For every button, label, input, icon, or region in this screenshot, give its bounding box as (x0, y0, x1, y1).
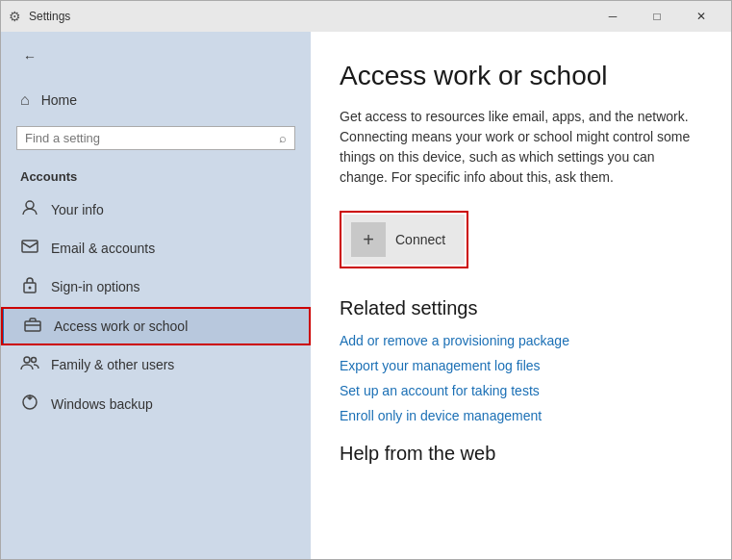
connect-button[interactable]: + Connect (343, 215, 465, 265)
family-icon (20, 355, 39, 374)
sidebar-item-sign-in[interactable]: Sign-in options (1, 267, 311, 307)
svg-rect-4 (25, 321, 40, 331)
search-box[interactable]: ⌕ (16, 126, 295, 150)
access-work-icon (23, 317, 42, 336)
close-button[interactable]: ✕ (679, 1, 723, 32)
your-info-icon (20, 199, 39, 220)
maximize-button[interactable]: □ (635, 1, 679, 32)
email-icon (20, 240, 39, 257)
sidebar-item-backup[interactable]: Windows backup (1, 384, 311, 424)
main-content: ← ⌂ Home ⌕ Accounts Your info (1, 32, 731, 559)
sidebar-item-home[interactable]: ⌂ Home (1, 82, 311, 118)
sidebar-item-family[interactable]: Family & other users (1, 345, 311, 384)
sidebar-item-access-work[interactable]: Access work or school (1, 307, 311, 345)
accounts-section-label: Accounts (1, 158, 311, 190)
connect-button-wrapper: + Connect (340, 211, 468, 268)
title-bar-title: Settings (29, 10, 70, 23)
access-work-label: Access work or school (54, 318, 188, 334)
title-bar-left: ⚙ Settings (9, 9, 70, 24)
email-accounts-label: Email & accounts (51, 241, 155, 256)
svg-point-0 (26, 201, 34, 209)
related-link-enroll[interactable]: Enroll only in device management (340, 408, 693, 423)
settings-app-icon: ⚙ (9, 9, 21, 24)
your-info-label: Your info (51, 202, 104, 217)
home-label: Home (41, 92, 77, 108)
family-label: Family & other users (51, 357, 174, 372)
home-icon: ⌂ (20, 91, 30, 109)
related-link-export[interactable]: Export your management log files (340, 358, 693, 373)
backup-icon (20, 394, 39, 415)
search-icon: ⌕ (279, 131, 287, 145)
sidebar-item-email-accounts[interactable]: Email & accounts (1, 230, 311, 267)
svg-point-6 (24, 357, 30, 363)
sign-in-icon (20, 276, 39, 297)
sidebar-nav-top: ← (1, 32, 311, 82)
sidebar: ← ⌂ Home ⌕ Accounts Your info (1, 32, 311, 559)
related-settings-title: Related settings (340, 297, 693, 319)
minimize-button[interactable]: ─ (591, 1, 635, 32)
help-section-title: Help from the web (340, 443, 693, 465)
right-panel: Access work or school Get access to reso… (311, 32, 731, 559)
title-bar-controls: ─ □ ✕ (591, 1, 723, 32)
settings-window: ⚙ Settings ─ □ ✕ ← ⌂ Home ⌕ Accounts (0, 0, 732, 560)
search-input[interactable] (25, 131, 273, 145)
page-description: Get access to resources like email, apps… (340, 107, 693, 188)
sign-in-label: Sign-in options (51, 279, 140, 294)
related-link-tests[interactable]: Set up an account for taking tests (340, 383, 693, 398)
back-button[interactable]: ← (16, 43, 43, 70)
sidebar-item-your-info[interactable]: Your info (1, 190, 311, 230)
connect-plus-icon: + (351, 222, 386, 257)
backup-label: Windows backup (51, 396, 153, 412)
svg-rect-1 (22, 241, 38, 252)
connect-label: Connect (395, 232, 445, 247)
svg-point-7 (32, 358, 37, 363)
svg-point-3 (29, 287, 32, 290)
page-title: Access work or school (340, 61, 693, 91)
title-bar: ⚙ Settings ─ □ ✕ (1, 1, 731, 32)
related-link-provisioning[interactable]: Add or remove a provisioning package (340, 333, 693, 348)
